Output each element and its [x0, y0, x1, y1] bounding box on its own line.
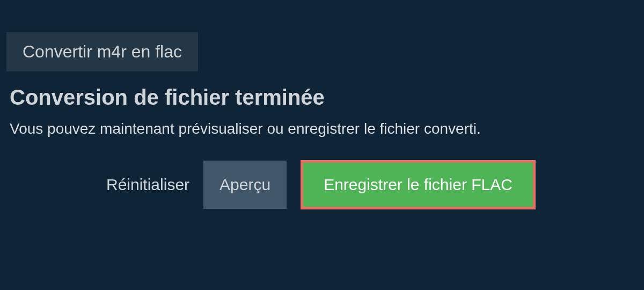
tab-convert[interactable]: Convertir m4r en flac: [6, 32, 198, 71]
content-area: Conversion de fichier terminée Vous pouv…: [0, 71, 644, 209]
preview-button[interactable]: Aperçu: [203, 161, 287, 209]
button-row: Réinitialiser Aperçu Enregistrer le fich…: [10, 160, 634, 209]
page-title: Conversion de fichier terminée: [10, 85, 634, 110]
reset-button[interactable]: Réinitialiser: [106, 176, 189, 194]
page-subtitle: Vous pouvez maintenant prévisualiser ou …: [10, 120, 634, 137]
tab-label: Convertir m4r en flac: [23, 42, 182, 61]
save-button[interactable]: Enregistrer le fichier FLAC: [301, 160, 536, 209]
